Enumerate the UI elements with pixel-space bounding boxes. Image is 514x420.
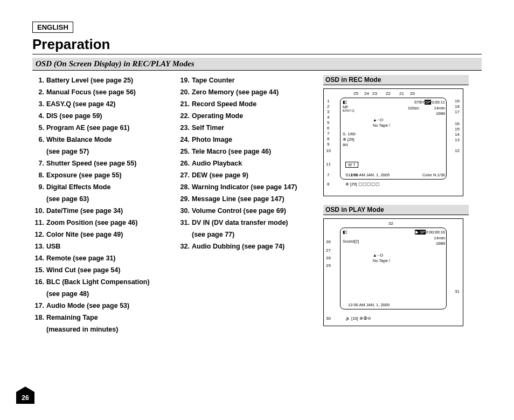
callout-12: 12 <box>455 148 460 153</box>
shutter-b: S. 1/60 <box>345 173 358 177</box>
list-item: 29.Message Line (see page 147) <box>178 194 312 204</box>
list-item-text: Message Line (see page 147) <box>192 195 284 203</box>
list-item-number: 5. <box>32 122 44 133</box>
list-item: 4.DIS (see page 59) <box>32 111 167 121</box>
list-item: 25.Tele Macro (see page 46) <box>178 146 312 157</box>
list-item: 31.DV IN (DV data transfer mode) <box>178 217 312 228</box>
callout-26: 26 <box>326 239 331 244</box>
list-item-number: 17. <box>32 300 44 311</box>
list-item: 27.DEW (see page 9) <box>178 170 312 181</box>
list-item: 28.Warning Indicator (see page 147) <box>178 182 312 192</box>
list-item: (measured in minutes) <box>32 324 167 335</box>
list-item: 10.Date/Time (see page 34) <box>32 205 167 216</box>
osd-play-screen: ▮▯ Sound[2] ▶ SP 0:00:00:10 14min 16Bit … <box>340 228 447 309</box>
list-item: 11.Zoom Position (see page 46) <box>32 217 167 228</box>
callout-19: 19 <box>455 99 460 104</box>
list-item-number: 12. <box>32 229 44 240</box>
list-item: 8.Exposure (see page 55) <box>32 170 167 181</box>
callout-1: 1 <box>327 99 329 104</box>
list-item-number: 20. <box>178 87 190 98</box>
list-item: 5.Program AE (see page 61) <box>32 122 167 133</box>
osd-play-diagram: ▮▯ Sound[2] ▶ SP 0:00:00:10 14min 16Bit … <box>323 218 463 326</box>
list-item-text: Operating Mode <box>192 112 243 120</box>
list-column-2: 19.Tape Counter20.Zero Memory (see page … <box>178 75 312 336</box>
list-item-number: 29. <box>178 194 190 204</box>
notape-label-p: No Tape ! <box>373 258 390 263</box>
list-item-number: 6. <box>32 134 44 145</box>
callout-25: 25 <box>353 91 358 96</box>
language-label: ENGLISH <box>32 22 73 33</box>
list-item-text: DEW (see page 9) <box>192 171 248 179</box>
list-item-number: 28. <box>178 182 190 192</box>
list-item-number: 15. <box>32 265 44 276</box>
callout-15: 15 <box>455 127 460 132</box>
callout-31: 31 <box>455 289 460 294</box>
list-item-text: EASY.Q (see page 42) <box>46 100 116 108</box>
list-item: 19.Tape Counter <box>178 75 312 86</box>
shutter-label: S. 1/60 <box>343 132 356 136</box>
page-number-badge: 26 <box>16 392 34 404</box>
page-number: 26 <box>22 394 29 402</box>
list-column-1: 1.Battery Level (see page 25)2.Manual Fo… <box>32 75 167 336</box>
callout-7b: 7 <box>327 173 329 177</box>
sp-label-p: ▶ SP <box>415 230 426 235</box>
remain-label-p: 14min <box>434 236 445 240</box>
list-item-text: Zero Memory (see page 44) <box>192 88 279 96</box>
callout-29: 29 <box>326 263 331 268</box>
list-item-text: BLC (Back Light Compensation) <box>46 278 150 286</box>
list-item-number: 24. <box>178 134 190 145</box>
list-item-text: Remaining Tape <box>46 314 98 321</box>
stby-label: STBY <box>414 100 425 105</box>
list-item-number: 23. <box>178 122 190 133</box>
list-item-text: Audio Dubbing (see page 74) <box>192 243 284 250</box>
list-item-text: Volume Control (see page 69) <box>192 207 286 215</box>
list-item-number: 19. <box>178 75 190 86</box>
list-item-number: 11. <box>32 217 44 228</box>
list-item-number: 22. <box>178 111 190 121</box>
dew-label: ▲···D <box>373 118 383 122</box>
exposure-b: ⊕ [29] ▢▢▢▢▢ <box>345 182 380 187</box>
list-item-number: 32. <box>178 241 190 252</box>
list-item-text: (see page 63) <box>46 195 89 203</box>
colornite-label: Color N.1/30 <box>422 173 445 177</box>
notape-label: No Tape ! <box>373 123 390 128</box>
easyq-label: EASY.Q <box>343 109 355 112</box>
list-item: 13.USB <box>32 241 167 252</box>
list-item-text: (see page 48) <box>46 290 89 298</box>
list-item-text: Record Speed Mode <box>192 100 256 108</box>
list-item-text: White Balance Mode <box>46 136 112 143</box>
callout-22: 22 <box>386 91 391 96</box>
callout-16: 16 <box>455 121 460 126</box>
list-item-number: 16. <box>32 277 44 287</box>
timer-label: 10Sec <box>408 106 419 111</box>
callout-28: 28 <box>326 256 331 260</box>
list-item-number: 2. <box>32 87 44 98</box>
list-item: (see page 77) <box>178 229 312 240</box>
list-item: 7.Shutter Speed (see page 55) <box>32 158 167 169</box>
callout-5: 5 <box>327 120 329 125</box>
callout-3: 3 <box>327 109 329 114</box>
list-item-number: 21. <box>178 99 190 109</box>
list-item-text: Wind Cut (see page 54) <box>46 266 120 274</box>
list-item-text: Self Timer <box>192 124 224 132</box>
list-item-text: Color Nite (see page 49) <box>46 231 123 238</box>
list-item-text: Audio Playback <box>192 160 242 167</box>
list-item: 32.Audio Dubbing (see page 74) <box>178 241 312 252</box>
list-item-number: 3. <box>32 99 44 109</box>
list-item-number: 10. <box>32 205 44 216</box>
list-item-number: 13. <box>32 241 44 252</box>
list-item: 2.Manual Focus (see page 56) <box>32 87 167 98</box>
list-item-text: Program AE (see page 61) <box>46 124 129 132</box>
content-row: 1.Battery Level (see page 25)2.Manual Fo… <box>32 75 482 336</box>
list-item: 26.Audio Playback <box>178 158 312 169</box>
callout-20: 20 <box>410 91 415 96</box>
list-item-text: (measured in minutes) <box>46 326 118 333</box>
callout-11: 11 <box>326 162 331 167</box>
list-item-number: 1. <box>32 75 44 86</box>
callout-8b: 8 <box>327 182 329 187</box>
list-item-text: Tape Counter <box>192 77 235 84</box>
callout-17: 17 <box>455 109 460 114</box>
battery-icon: ▮▯ <box>343 100 347 105</box>
sp-label: SP <box>425 100 431 105</box>
list-item-text: (see page 77) <box>192 231 234 238</box>
